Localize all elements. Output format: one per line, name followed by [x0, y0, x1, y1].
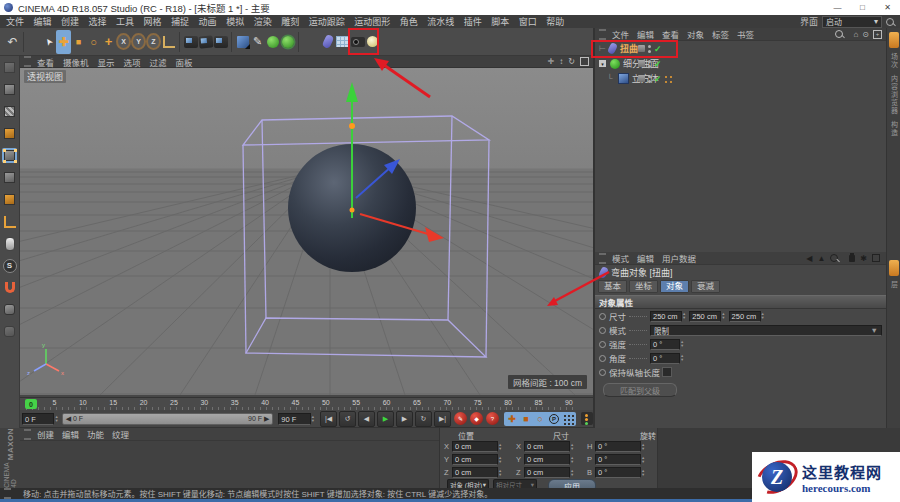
render-settings-button[interactable] — [213, 30, 228, 54]
attr-menu-mode[interactable]: 模式 — [612, 252, 629, 264]
angle-field[interactable]: 0 ° — [650, 353, 680, 364]
tab-coord[interactable]: 坐标 — [629, 280, 658, 293]
previous-frame-button[interactable]: ◀ — [358, 411, 375, 427]
layer-icon[interactable] — [638, 45, 645, 52]
menu-character[interactable]: 角色 — [400, 15, 418, 28]
visibility-dots-icon[interactable] — [648, 60, 651, 68]
enabled-check-icon[interactable]: ✓ — [654, 59, 662, 69]
attr-search-icon[interactable] — [830, 254, 838, 262]
vp-menu-filter[interactable]: 过滤 — [150, 56, 167, 68]
key-rotation-toggle[interactable]: ○ — [533, 413, 547, 425]
om-home-icon[interactable]: ⌂ — [853, 30, 858, 39]
menu-render[interactable]: 渲染 — [254, 15, 272, 28]
view-label[interactable]: 透视视图 — [24, 70, 66, 83]
autokey-button[interactable]: ◆ — [470, 412, 483, 425]
camera-button[interactable] — [350, 30, 365, 54]
pos-z-field[interactable]: 0 cm — [452, 467, 498, 478]
visibility-dots-icon[interactable] — [648, 45, 651, 53]
history-forward-icon[interactable]: ▲ — [817, 254, 825, 263]
phong-tag-icon[interactable] — [665, 75, 673, 83]
modeling-generators-button[interactable] — [280, 30, 295, 54]
fit-to-parent-button[interactable]: 匹配到父级 — [603, 383, 677, 397]
menu-script[interactable]: 脚本 — [491, 15, 509, 28]
panel-grip-icon[interactable] — [599, 253, 606, 264]
anim-dot-icon[interactable] — [599, 355, 606, 362]
minimize-button[interactable]: — — [825, 0, 850, 15]
rotate-view-icon[interactable]: ↻ — [568, 57, 575, 66]
key-pla-toggle[interactable] — [561, 413, 575, 425]
x-axis-lock-button[interactable]: X — [116, 30, 131, 54]
object-row-bend[interactable]: ⊢ 扭曲 ✓ — [595, 41, 886, 56]
tab-structure[interactable]: 构造 — [889, 121, 899, 137]
stepper-icon[interactable]: ▴▾ — [762, 312, 764, 320]
keyframe-selection-button[interactable]: ? — [486, 412, 499, 425]
anim-dot-icon[interactable] — [599, 341, 606, 348]
points-mode-button[interactable] — [2, 148, 17, 163]
size-x-field[interactable]: 0 cm — [524, 441, 570, 452]
stepper-icon[interactable]: ▴▾ — [312, 415, 314, 423]
anim-dot-icon[interactable] — [599, 327, 606, 334]
enabled-check-icon[interactable]: ✓ — [654, 44, 662, 54]
magnet-snap-button[interactable] — [2, 280, 17, 295]
rot-h-field[interactable]: 0 ° — [595, 441, 641, 452]
stepper-icon[interactable]: ▴▾ — [681, 340, 683, 348]
menu-mesh[interactable]: 网格 — [144, 15, 162, 28]
menu-sculpt[interactable]: 雕刻 — [281, 15, 299, 28]
om-menu-view[interactable]: 查看 — [662, 28, 679, 40]
locked-workplane-button[interactable] — [2, 302, 17, 317]
light-button[interactable] — [365, 30, 380, 54]
make-editable-button[interactable] — [2, 60, 17, 75]
menu-edit[interactable]: 编辑 — [34, 15, 52, 28]
anim-dot-icon[interactable] — [599, 369, 606, 376]
pos-x-field[interactable]: 0 cm — [452, 441, 498, 452]
om-menu-tags[interactable]: 标签 — [712, 28, 729, 40]
menu-snap[interactable]: 捕捉 — [171, 15, 189, 28]
loop-button[interactable]: ↻ — [415, 411, 432, 427]
enabled-check-icon[interactable]: ✓ — [654, 74, 662, 84]
move-tool[interactable]: ✚ — [56, 30, 71, 54]
undo-button[interactable]: ↶ — [5, 30, 20, 54]
viewport-canvas[interactable]: y x z 透视视图 网格间距 : 100 cm — [20, 68, 593, 395]
strength-field[interactable]: 0 ° — [650, 339, 680, 350]
object-row-subdivision[interactable]: ▾ 细分曲面 ✓ — [595, 56, 886, 71]
mat-menu-texture[interactable]: 纹理 — [112, 428, 129, 440]
objects-tab-icon[interactable] — [889, 32, 899, 48]
material-manager-panel[interactable]: 创建 编辑 功能 纹理 — [20, 428, 440, 488]
om-path-icon[interactable]: ⊙ — [862, 30, 869, 39]
key-scale-toggle[interactable]: ■ — [519, 413, 533, 425]
om-add-view-icon[interactable]: + — [873, 30, 882, 39]
current-frame-field[interactable]: 0 F — [22, 413, 54, 425]
anim-dot-icon[interactable] — [599, 313, 606, 320]
mat-menu-edit[interactable]: 编辑 — [62, 428, 79, 440]
object-name[interactable]: 扭曲 — [620, 42, 638, 55]
playhead-marker[interactable]: 0 — [25, 399, 37, 409]
planar-workplane-button[interactable] — [2, 324, 17, 339]
size-z-field[interactable]: 0 cm — [524, 467, 570, 478]
attr-menu-edit[interactable]: 编辑 — [637, 252, 654, 264]
key-parameter-toggle[interactable]: P — [547, 413, 561, 425]
layer-icon[interactable] — [638, 60, 645, 67]
panel-grip-icon[interactable] — [24, 429, 31, 440]
tab-content-browser[interactable]: 内容浏览器 — [889, 75, 899, 115]
frame-range-slider[interactable]: ◀ 0 F 90 F ▶ — [62, 413, 274, 425]
panel-grip-icon[interactable] — [599, 29, 606, 40]
gear-icon[interactable]: ✱ — [860, 254, 867, 263]
om-menu-objects[interactable]: 对象 — [687, 28, 704, 40]
stepper-icon[interactable]: ▴▾ — [722, 312, 724, 320]
visibility-dots-icon[interactable] — [648, 75, 651, 83]
environment-floor-button[interactable] — [335, 30, 350, 54]
menu-select[interactable]: 选择 — [89, 15, 107, 28]
goto-start-button[interactable]: |◀ — [320, 411, 337, 427]
om-menu-bookmarks[interactable]: 书签 — [737, 28, 754, 40]
tab-takes[interactable]: 场次 — [889, 53, 899, 69]
menu-simulate[interactable]: 模拟 — [226, 15, 244, 28]
om-menu-edit[interactable]: 编辑 — [637, 28, 654, 40]
goto-end-button[interactable]: ▶| — [434, 411, 451, 427]
menu-plugins[interactable]: 插件 — [464, 15, 482, 28]
close-button[interactable]: ✕ — [875, 0, 900, 15]
size-y-field[interactable]: 0 cm — [524, 454, 570, 465]
vp-menu-panel[interactable]: 面板 — [176, 56, 193, 68]
interface-select[interactable]: 启动▾ — [822, 16, 882, 28]
maximize-button[interactable]: □ — [850, 0, 875, 15]
next-frame-button[interactable]: ▶ — [396, 411, 413, 427]
